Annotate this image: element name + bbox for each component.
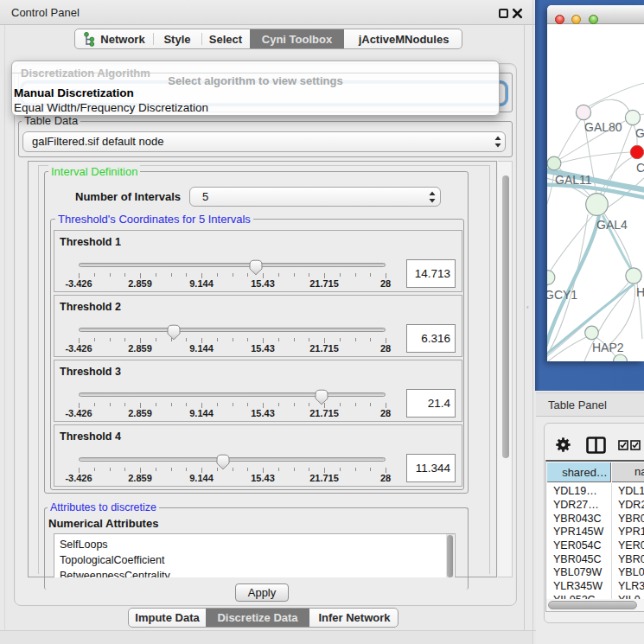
svg-text:GCY1: GCY1: [547, 288, 577, 302]
svg-text:GAL80: GAL80: [584, 120, 622, 134]
svg-text:GA: GA: [635, 126, 644, 140]
svg-text:GAL4: GAL4: [596, 218, 628, 232]
svg-text:C: C: [636, 161, 644, 175]
svg-text:HA: HA: [636, 285, 644, 299]
svg-text:HAP2: HAP2: [592, 341, 624, 354]
svg-text:GAL11: GAL11: [555, 173, 592, 187]
